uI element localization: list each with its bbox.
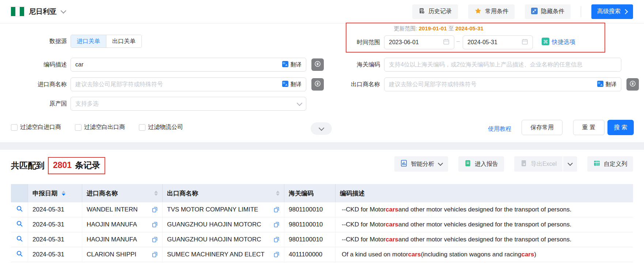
svg-text:中: 中 bbox=[283, 81, 285, 85]
chevron-down-icon bbox=[297, 100, 303, 106]
reset-button[interactable]: 重 置 bbox=[573, 120, 605, 135]
filter-checkbox-1[interactable]: 过滤空白出口商 bbox=[75, 123, 125, 131]
hide-conditions-button[interactable]: 隐藏条件 bbox=[525, 4, 571, 19]
custom-columns-button[interactable]: 自定义列 bbox=[587, 156, 633, 172]
hs-code-input[interactable] bbox=[389, 61, 617, 68]
annotation-box-record-count: 2801 条记录 bbox=[48, 157, 105, 174]
column-header-actions bbox=[11, 184, 28, 202]
translate-button[interactable]: 中A 翻译 bbox=[282, 61, 302, 68]
tab-import-declarations[interactable]: 进口关单 bbox=[71, 35, 106, 47]
sort-asc-icon[interactable] bbox=[276, 191, 280, 193]
topbar: 尼日利亚 历史记录 常用条件 隐藏条件 高级搜索 bbox=[0, 0, 644, 23]
row-detail-button[interactable] bbox=[11, 232, 28, 247]
row-detail-button[interactable] bbox=[11, 247, 28, 262]
code-description-input[interactable] bbox=[75, 61, 279, 68]
table-row[interactable]: 2024-05-31WANDEL INTERNTVS MOTOR COMPANY… bbox=[11, 202, 633, 217]
hs-code-label: 海关编码 bbox=[322, 61, 380, 68]
sort-desc-icon[interactable] bbox=[154, 194, 158, 196]
column-header-hs: 海关编码 bbox=[284, 184, 336, 202]
results-section: 共匹配到 2801 条记录 智能分析 进入报告 导出Excel bbox=[0, 150, 644, 271]
filter-checkbox-0[interactable]: 过滤空白进口商 bbox=[11, 123, 61, 131]
enter-report-button[interactable]: 进入报告 bbox=[458, 156, 504, 172]
search-icon bbox=[16, 205, 23, 214]
filter-checkbox-2[interactable]: 过滤物流公司 bbox=[139, 123, 183, 131]
collapse-panel-button[interactable] bbox=[311, 122, 332, 135]
favorites-button[interactable]: 常用条件 bbox=[468, 4, 515, 19]
row-detail-button[interactable] bbox=[11, 202, 28, 217]
quick-options-button[interactable]: ⌘ 快捷选项 bbox=[542, 38, 575, 47]
translate-button[interactable]: 中A 翻译 bbox=[282, 81, 302, 88]
history-button[interactable]: 历史记录 bbox=[412, 4, 458, 19]
cell-hs-code: 9801100010 bbox=[284, 232, 336, 247]
copy-icon[interactable] bbox=[149, 207, 158, 213]
importer-input[interactable] bbox=[75, 81, 279, 88]
checkbox-box[interactable] bbox=[75, 124, 82, 131]
sort-desc-icon[interactable] bbox=[62, 194, 65, 196]
calendar-icon bbox=[522, 38, 528, 46]
exporter-label: 出口商名称 bbox=[322, 81, 380, 88]
cell-code-description: --CKD for Motor cars and other motor veh… bbox=[336, 232, 633, 247]
save-favorite-button[interactable]: 保存常用 bbox=[522, 120, 562, 135]
record-count: 2801 bbox=[53, 160, 72, 170]
row-detail-button[interactable] bbox=[11, 217, 28, 232]
chevron-right-icon bbox=[623, 9, 628, 14]
cell-hs-code: 4011100000 bbox=[284, 247, 336, 262]
sort-carets[interactable] bbox=[276, 191, 280, 196]
date-from-field bbox=[384, 35, 454, 49]
translate-icon: 中A bbox=[597, 81, 603, 88]
time-range-label: 时间范围 bbox=[322, 39, 380, 46]
copy-icon[interactable] bbox=[271, 237, 280, 243]
copy-icon[interactable] bbox=[149, 237, 158, 243]
table-row[interactable]: 2024-05-31CLARION SHIPPISUMEC MACHINERY … bbox=[11, 247, 633, 262]
export-file-icon bbox=[520, 160, 527, 168]
exporter-input[interactable] bbox=[389, 81, 594, 88]
column-header-date[interactable]: 申报日期 bbox=[28, 184, 82, 202]
column-header-exporter[interactable]: 出口商名称 bbox=[163, 184, 284, 202]
origin-country-label: 原产国 bbox=[8, 100, 67, 107]
date-to-input[interactable] bbox=[467, 39, 519, 46]
search-panel: 数据源 进口关单 出口关单 编码描述 中A 翻译 进口商名称 中A 翻译 bbox=[0, 23, 644, 142]
translate-button[interactable]: 中A 翻译 bbox=[597, 81, 617, 88]
sort-asc-icon[interactable] bbox=[62, 191, 65, 193]
tutorial-link[interactable]: 使用教程 bbox=[488, 125, 511, 133]
checkbox-box[interactable] bbox=[139, 124, 145, 131]
copy-icon[interactable] bbox=[149, 252, 158, 257]
code-description-field: 中A 翻译 bbox=[71, 58, 306, 72]
svg-text:A: A bbox=[285, 83, 288, 87]
chevron-down-icon bbox=[568, 161, 573, 166]
export-excel-button[interactable]: 导出Excel bbox=[514, 156, 562, 172]
translate-icon: 中A bbox=[282, 81, 288, 88]
synonym-search-button[interactable] bbox=[626, 78, 639, 91]
origin-country-select[interactable] bbox=[75, 100, 295, 107]
checkbox-box[interactable] bbox=[11, 124, 18, 131]
sort-carets[interactable] bbox=[62, 191, 65, 196]
svg-text:中: 中 bbox=[283, 62, 285, 65]
country-selector[interactable]: 尼日利亚 bbox=[11, 7, 65, 16]
table-row[interactable]: 2024-05-31HAOJIN MANUFAGUANGZHOU HAOJIN … bbox=[11, 217, 633, 232]
match-suffix: 条记录 bbox=[75, 160, 100, 171]
date-from-input[interactable] bbox=[389, 39, 440, 46]
search-button[interactable]: 搜 索 bbox=[607, 120, 634, 135]
update-range-label: 更新范围: bbox=[394, 25, 417, 31]
copy-icon[interactable] bbox=[271, 222, 280, 228]
copy-icon[interactable] bbox=[149, 222, 158, 228]
collapse-icon bbox=[531, 8, 538, 16]
table-row[interactable]: 2024-05-31HAOJIN MANUFAGUANGZHOU HAOJIN … bbox=[11, 232, 633, 247]
cell-declaration-date: 2024-05-31 bbox=[28, 232, 82, 247]
column-header-importer[interactable]: 进口商名称 bbox=[82, 184, 163, 202]
code-description-label: 编码描述 bbox=[8, 61, 67, 68]
importer-field: 中A 翻译 bbox=[71, 77, 306, 91]
copy-icon[interactable] bbox=[271, 207, 280, 213]
export-options-button[interactable] bbox=[563, 156, 577, 172]
match-prefix: 共匹配到 bbox=[11, 160, 45, 171]
bi-chart-icon bbox=[400, 160, 408, 168]
smart-analysis-button[interactable]: 智能分析 bbox=[394, 156, 448, 172]
sort-carets[interactable] bbox=[154, 191, 158, 196]
cell-declaration-date: 2024-05-31 bbox=[28, 247, 82, 262]
sort-desc-icon[interactable] bbox=[276, 194, 280, 196]
sort-asc-icon[interactable] bbox=[154, 191, 158, 193]
advanced-search-button[interactable]: 高级搜索 bbox=[591, 4, 633, 19]
cell-hs-code: 9801100010 bbox=[284, 217, 336, 232]
copy-icon[interactable] bbox=[271, 252, 280, 257]
tab-export-declarations[interactable]: 出口关单 bbox=[106, 35, 141, 47]
